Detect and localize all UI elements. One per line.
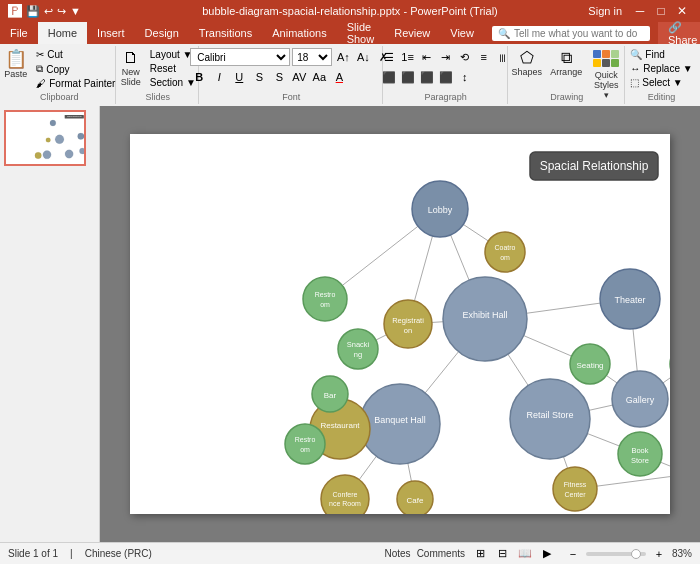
sign-in-btn[interactable]: Sign in <box>588 5 622 17</box>
align-text-btn[interactable]: ≡ <box>475 48 493 66</box>
restroom3-node[interactable] <box>285 424 325 464</box>
gallery-label: Gallery <box>626 395 655 405</box>
find-btn[interactable]: 🔍 Find <box>627 48 695 61</box>
zoom-out-btn[interactable]: − <box>563 546 583 562</box>
underline-btn[interactable]: U <box>230 68 248 86</box>
svg-point-3 <box>43 151 51 159</box>
coatroom-node[interactable] <box>485 232 525 272</box>
restore-btn[interactable]: □ <box>651 0 671 22</box>
close-btn[interactable]: ✕ <box>672 0 692 22</box>
cut-btn[interactable]: ✂ Cut <box>33 48 118 61</box>
bullets-btn[interactable]: ☰ <box>380 48 398 66</box>
tab-design[interactable]: Design <box>135 22 189 44</box>
lobby-label: Lobby <box>428 205 453 215</box>
quick-access-redo[interactable]: ↪ <box>57 5 66 18</box>
increase-font-btn[interactable]: A↑ <box>334 48 352 66</box>
decrease-indent-btn[interactable]: ⇤ <box>418 48 436 66</box>
arrange-btn[interactable]: ⧉ Arrange <box>547 48 585 79</box>
zoom-in-btn[interactable]: + <box>649 546 669 562</box>
zoom-thumb[interactable] <box>631 549 641 559</box>
font-family-select[interactable]: Calibri <box>190 48 290 66</box>
theater-label: Theater <box>614 295 645 305</box>
change-case-btn[interactable]: Aa <box>310 68 328 86</box>
notes-btn[interactable]: Notes <box>385 548 411 559</box>
restroom1-node[interactable] <box>303 277 347 321</box>
snacking-label: Snacki <box>347 340 370 349</box>
section-label: Section ▼ <box>150 77 196 88</box>
snacking-node[interactable] <box>338 329 378 369</box>
comments-btn[interactable]: Comments <box>417 548 465 559</box>
quick-access-menu[interactable]: ▼ <box>70 5 81 17</box>
slide-canvas[interactable]: Lobby Exhibit Hall Banquet Hall Retail S… <box>130 134 670 514</box>
quick-access-save[interactable]: 💾 <box>26 5 40 18</box>
slide-sorter-btn[interactable]: ⊟ <box>493 546 513 562</box>
search-field[interactable] <box>514 28 644 39</box>
bold-btn[interactable]: B <box>190 68 208 86</box>
select-btn[interactable]: ⬚ Select ▼ <box>627 76 695 89</box>
text-shadow-btn[interactable]: S <box>270 68 288 86</box>
shapes-btn[interactable]: ⬠ Shapes <box>509 48 546 79</box>
main-layout: 1 Spacial Relationship <box>0 106 700 542</box>
slide-thumbnail[interactable]: Spacial Relationship <box>4 110 86 166</box>
thumbnail-svg: Spacial Relationship <box>6 112 86 166</box>
restaurant-label: Restaurant <box>320 421 360 430</box>
italic-btn[interactable]: I <box>210 68 228 86</box>
tab-animations[interactable]: Animations <box>262 22 336 44</box>
registration-label2: on <box>404 326 412 335</box>
align-right-btn[interactable]: ⬛ <box>418 68 436 86</box>
svg-point-5 <box>78 133 84 139</box>
format-painter-icon: 🖌 <box>36 78 46 89</box>
fitness-node[interactable] <box>553 467 597 511</box>
ribbon-content: 📋 Paste ✂ Cut ⧉ Copy 🖌 Format Painter Cl… <box>0 44 700 106</box>
clipboard-label: Clipboard <box>4 92 115 102</box>
format-painter-btn[interactable]: 🖌 Format Painter <box>33 77 118 90</box>
justify-btn[interactable]: ⬛ <box>437 68 455 86</box>
strikethrough-btn[interactable]: S <box>250 68 268 86</box>
slides-label: Slides <box>118 92 198 102</box>
font-color-btn[interactable]: A <box>330 68 348 86</box>
share-btn[interactable]: 🔗 Share <box>658 22 700 44</box>
tab-review[interactable]: Review <box>384 22 440 44</box>
numbering-btn[interactable]: 1≡ <box>399 48 417 66</box>
tab-home[interactable]: Home <box>38 22 87 44</box>
tab-view[interactable]: View <box>440 22 484 44</box>
fitness-label2: Center <box>564 491 586 498</box>
slide-panel: 1 Spacial Relationship <box>0 106 100 542</box>
reset-label: Reset <box>150 63 176 74</box>
cut-icon: ✂ <box>36 49 44 60</box>
font-size-select[interactable]: 18 <box>292 48 332 66</box>
increase-indent-btn[interactable]: ⇥ <box>437 48 455 66</box>
replace-btn[interactable]: ↔ Replace ▼ <box>627 62 695 75</box>
copy-btn[interactable]: ⧉ Copy <box>33 62 118 76</box>
tab-transitions[interactable]: Transitions <box>189 22 262 44</box>
slideshow-btn[interactable]: ▶ <box>537 546 557 562</box>
text-direction-btn[interactable]: ⟲ <box>456 48 474 66</box>
line-spacing-btn[interactable]: ↕ <box>456 68 474 86</box>
arrange-label: Arrange <box>550 67 582 77</box>
zoom-slider[interactable] <box>586 552 646 556</box>
tell-me-search[interactable]: 🔍 <box>492 26 650 41</box>
new-slide-btn[interactable]: 🗋 NewSlide <box>117 48 145 89</box>
align-left-btn[interactable]: ⬛ <box>380 68 398 86</box>
align-center-btn[interactable]: ⬛ <box>399 68 417 86</box>
paragraph-label: Paragraph <box>385 92 507 102</box>
coatroom-label: Coatro <box>494 244 515 251</box>
tab-file[interactable]: File <box>0 22 38 44</box>
font-group: Calibri 18 A↑ A↓ ✗ B I U S S AV Aa A Fon… <box>201 46 383 104</box>
clipboard-group: 📋 Paste ✂ Cut ⧉ Copy 🖌 Format Painter Cl… <box>4 46 116 104</box>
svg-point-6 <box>79 148 85 154</box>
quick-access-undo[interactable]: ↩ <box>44 5 53 18</box>
paste-btn[interactable]: 📋 Paste <box>0 48 31 81</box>
tab-slideshow[interactable]: Slide Show <box>337 22 385 44</box>
normal-view-btn[interactable]: ⊞ <box>471 546 491 562</box>
reading-view-btn[interactable]: 📖 <box>515 546 535 562</box>
search-icon: 🔍 <box>498 28 510 39</box>
window-title: bubble-diagram-spacial-relationship.pptx… <box>202 5 498 17</box>
diagram-title: Spacial Relationship <box>540 159 649 173</box>
decrease-font-btn[interactable]: A↓ <box>354 48 372 66</box>
minimize-btn[interactable]: ─ <box>630 0 650 22</box>
paste-label: Paste <box>4 69 27 79</box>
char-spacing-btn[interactable]: AV <box>290 68 308 86</box>
tab-insert[interactable]: Insert <box>87 22 135 44</box>
bar-label: Bar <box>324 391 337 400</box>
